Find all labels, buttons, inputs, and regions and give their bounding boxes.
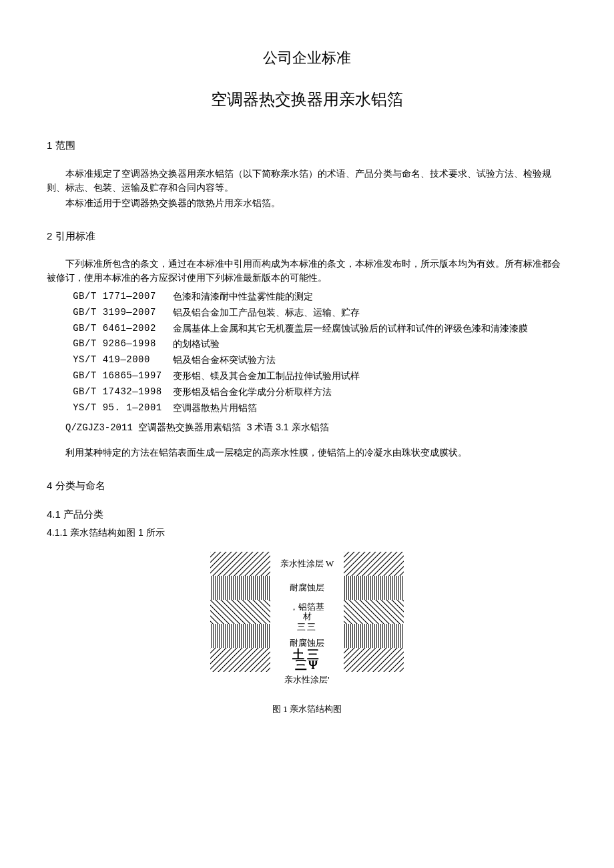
standard-code: GB/T 9286—1998 <box>73 336 173 352</box>
section-4-1-1-heading: 4.1.1 亲水箔结构如图 1 所示 <box>47 526 567 540</box>
svg-rect-6 <box>210 624 270 648</box>
standard-title: 的划格试验 <box>173 336 567 352</box>
svg-rect-4 <box>210 600 270 624</box>
inline-standard-code: Q/ZGJZ3-2011 空调器热交换器用素铝箔 <box>65 422 247 433</box>
layer-ornament: 三三 <box>297 622 317 632</box>
svg-rect-2 <box>210 576 270 600</box>
hatch-icon <box>344 648 404 672</box>
hatch-icon <box>344 600 404 624</box>
svg-rect-9 <box>344 648 404 672</box>
standard-row: YS/T 95. 1—2001空调器散热片用铝箔 <box>73 400 567 416</box>
section-4-1-heading: 4.1 产品分类 <box>47 507 567 522</box>
section-3-heading-inline: 3 术语 3.1 亲水铝箔 <box>247 422 329 432</box>
hatch-icon <box>344 552 404 576</box>
layer-label: ，铝箔基 <box>290 602 324 612</box>
standard-title: 金属基体上金属和其它无机覆盖层一经腐蚀试验后的试样和试件的评级色漆和清漆漆膜 <box>173 321 567 337</box>
standard-row: GB/T 17432—1998变形铝及铝合金化学成分分析取样方法 <box>73 384 567 400</box>
figure-1: 亲水性涂层 W 耐腐蚀层 ，铝箔基 材 三三 耐腐 <box>210 552 404 715</box>
figure-layer-base: ，铝箔基 材 <box>210 600 404 624</box>
svg-rect-1 <box>344 552 404 576</box>
section-1-heading: 1 范围 <box>47 138 567 153</box>
standards-list: GB/T 1771—2007色漆和清漆耐中性盐雾性能的测定 GB/T 3199—… <box>73 289 567 416</box>
figure-bottom-label: 亲水性涂层' <box>210 673 404 687</box>
standard-row: GB/T 9286—1998的划格试验 <box>73 336 567 352</box>
standard-row: YS/T 419—2000铝及铝合金杯突试验方法 <box>73 352 567 368</box>
standard-code: GB/T 6461—2002 <box>73 321 173 337</box>
figure-caption: 图 1 亲水箔结构图 <box>210 703 404 716</box>
standard-title: 铝及铝合金杯突试验方法 <box>173 352 567 368</box>
section-2-heading: 2 引用标准 <box>47 229 567 244</box>
standard-code: GB/T 16865—1997 <box>73 368 173 384</box>
svg-rect-0 <box>210 552 270 576</box>
section-4-heading: 4 分类与命名 <box>47 478 567 494</box>
standard-title: 铝及铝合金加工产品包装、标志、运输、贮存 <box>173 305 567 321</box>
document-title: 空调器热交换器用亲水铝箔 <box>47 87 567 111</box>
standard-title: 变形铝及铝合金化学成分分析取样方法 <box>173 384 567 400</box>
svg-rect-7 <box>344 624 404 648</box>
figure-layer-corrosion-bottom: 三三 耐腐蚀层 <box>210 624 404 648</box>
layer-label: 耐腐蚀层 <box>290 581 324 594</box>
standard-title: 色漆和清漆耐中性盐雾性能的测定 <box>173 289 567 305</box>
figure-layer-hydrophilic-top: 亲水性涂层 W <box>210 552 404 576</box>
layer-label: 亲水性涂层 W <box>280 557 334 570</box>
svg-rect-8 <box>210 648 270 672</box>
standard-code: GB/T 1771—2007 <box>73 289 173 305</box>
svg-rect-5 <box>344 600 404 624</box>
standard-row: GB/T 1771—2007色漆和清漆耐中性盐雾性能的测定 <box>73 289 567 305</box>
figure-layer-corrosion-top: 耐腐蚀层 <box>210 576 404 600</box>
hatch-icon <box>210 648 270 672</box>
figure-layer-hydrophilic-bottom: 土三 三Ψ <box>210 648 404 672</box>
layer-label: 材 <box>303 612 312 621</box>
section-2-paragraph-1: 下列标准所包含的条文，通过在本标准中引用而构成为本标准的条文，本标准发布时，所示… <box>47 257 567 285</box>
standard-row: GB/T 6461—2002金属基体上金属和其它无机覆盖层一经腐蚀试验后的试样和… <box>73 321 567 337</box>
hatch-icon <box>210 576 270 600</box>
section-3-inline: Q/ZGJZ3-2011 空调器热交换器用素铝箔 3 术语 3.1 亲水铝箔 <box>47 420 567 436</box>
standard-row: GB/T 3199—2007铝及铝合金加工产品包装、标志、运输、贮存 <box>73 305 567 321</box>
standard-title: 空调器散热片用铝箔 <box>173 400 567 416</box>
section-3-paragraph: 利用某种特定的方法在铝箔表面生成一层稳定的高亲水性膜，使铝箔上的冷凝水由珠状变成… <box>47 446 567 460</box>
section-1-paragraph-1: 本标准规定了空调器热交换器用亲水铝箔（以下简称亲水箔）的术语、产品分类与命名、技… <box>47 167 567 195</box>
hatch-icon <box>210 624 270 648</box>
standard-code: GB/T 17432—1998 <box>73 384 173 400</box>
svg-rect-3 <box>344 576 404 600</box>
standard-code: YS/T 419—2000 <box>73 352 173 368</box>
standard-code: YS/T 95. 1—2001 <box>73 400 173 416</box>
hatch-icon <box>344 576 404 600</box>
hatch-icon <box>210 600 270 624</box>
layer-label: 耐腐蚀层 <box>290 638 324 648</box>
hatch-icon <box>210 552 270 576</box>
layer-ornament: 三Ψ <box>295 660 319 671</box>
standard-code: GB/T 3199—2007 <box>73 305 173 321</box>
company-standard-title: 公司企业标准 <box>47 47 567 69</box>
hatch-icon <box>344 624 404 648</box>
standard-row: GB/T 16865—1997变形铝、镁及其合金加工制品拉伸试验用试样 <box>73 368 567 384</box>
section-1-paragraph-2: 本标准适用于空调器热交换器的散热片用亲水铝箔。 <box>47 196 567 210</box>
standard-title: 变形铝、镁及其合金加工制品拉伸试验用试样 <box>173 368 567 384</box>
